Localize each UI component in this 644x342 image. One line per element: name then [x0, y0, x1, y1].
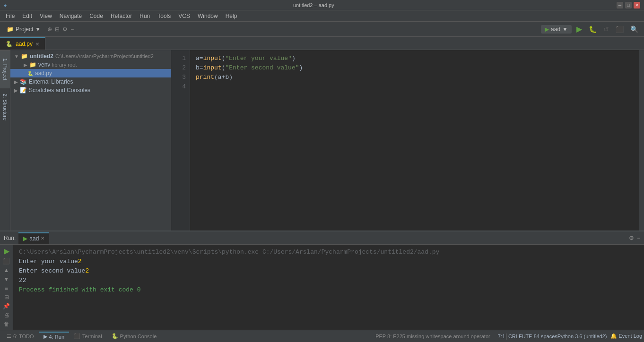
tree-item-scratches[interactable]: ▶ 📝 Scratches and Consoles [10, 86, 171, 94]
tree-item-root[interactable]: ▼ 📁 untitled2 C:\Users\Arslan\PycharmPro… [10, 52, 171, 60]
terminal-icon: ⬛ [74, 333, 80, 339]
run-settings-icon[interactable]: ⚙ [629, 235, 634, 241]
editor-area: 1 2 3 4 a=input("Enter your value") b=in… [171, 50, 639, 231]
event-log-label[interactable]: 🔔 Event Log [610, 333, 642, 339]
tab-todo[interactable]: ☰ 6: TODO [2, 332, 39, 340]
menu-help[interactable]: Help [222, 12, 241, 20]
sync-icon[interactable]: ⊕ [47, 26, 52, 33]
settings-icon[interactable]: ⚙ [62, 26, 68, 33]
bottom-tabs: ☰ 6: TODO ▶ 4: Run ⬛ Terminal 🐍 Python C… [0, 330, 644, 342]
chevron-down-icon: ▼ [562, 26, 568, 33]
tab-close-icon[interactable]: ✕ [35, 42, 39, 47]
run-tab-icon: ▶ [23, 235, 27, 242]
run-collapse-icon[interactable]: − [637, 235, 640, 241]
output-line-1: Enter your value2 [19, 257, 638, 266]
sidebar-project-tab[interactable]: 1: Project [0, 50, 10, 88]
menu-window[interactable]: Window [194, 12, 222, 20]
output-line-3: 22 [19, 276, 638, 285]
line-num-2: 2 [175, 63, 186, 73]
status-python[interactable]: Python 3.6 (untitled2) [557, 333, 607, 339]
venv-folder-icon: 📁 [29, 61, 36, 68]
output-cmd-line: C:\Users\Arslan\PycharmProjects\untitled… [19, 248, 638, 257]
project-panel: ▼ 📁 untitled2 C:\Users\Arslan\PycharmPro… [10, 50, 171, 231]
titlebar: ● untitled2 – aad.py ─ □ ✕ [0, 0, 644, 10]
minimize-button[interactable]: ─ [617, 2, 623, 9]
menu-refactor[interactable]: Refactor [107, 12, 136, 20]
run-softrap[interactable]: ≡ [1, 284, 12, 291]
venv-arrow: ▶ [24, 62, 27, 68]
run-config-label: aad [551, 26, 560, 33]
python-file-icon: 🐍 [6, 41, 13, 47]
run-config-icon: ▶ [545, 26, 549, 33]
ext-libs-label: External Libraries [29, 78, 73, 85]
run-print[interactable]: 🖨 [1, 312, 12, 319]
scratches-arrow: ▶ [14, 88, 18, 93]
menu-view[interactable]: View [36, 12, 56, 20]
debug-button[interactable]: 🐛 [587, 25, 599, 34]
run-scroll-up[interactable]: ▲ [1, 266, 12, 274]
output-line-2: Enter second value2 [19, 266, 638, 276]
project-tree: ▼ 📁 untitled2 C:\Users\Arslan\PycharmPro… [10, 50, 171, 231]
line-num-3: 3 [175, 73, 186, 82]
menu-run[interactable]: Run [136, 12, 154, 20]
menu-edit[interactable]: Edit [18, 12, 36, 20]
project-root-label: untitled2 [30, 53, 53, 60]
run-label: Run: [4, 235, 16, 241]
tab-python-console[interactable]: 🐍 Python Console [107, 332, 162, 340]
run-stop-button[interactable]: ⬛ [1, 257, 12, 265]
tree-item-venv[interactable]: ▶ 📁 venv library root [10, 60, 171, 69]
tab-aad-py[interactable]: 🐍 aad.py ✕ [0, 37, 45, 50]
menu-navigate[interactable]: Navigate [56, 12, 86, 20]
toolbar: 📁 Project ▼ ⊕ ⊟ ⚙ − ▶ aad ▼ ▶ 🐛 ↺ ⬛ 🔍 [0, 22, 644, 37]
run-button[interactable]: ▶ [574, 24, 584, 34]
run-content: ▶ ⬛ ▲ ▼ ≡ ⊟ 📌 🖨 🗑 C:\Users\Arslan\Pychar… [0, 245, 644, 330]
chevron-down-icon: ▼ [35, 26, 41, 33]
layout-icon[interactable]: ⊟ [55, 26, 60, 33]
menu-vcs[interactable]: VCS [174, 12, 194, 20]
run-play-button[interactable]: ▶ [1, 247, 12, 256]
run-clear[interactable]: 🗑 [1, 321, 12, 328]
tab-terminal[interactable]: ⬛ Terminal [69, 332, 107, 340]
maximize-button[interactable]: □ [625, 2, 632, 9]
ext-libs-arrow: ▶ [14, 79, 18, 85]
run-scroll-down[interactable]: ▼ [1, 275, 12, 282]
library-icon: 📚 [20, 78, 27, 85]
run-pin[interactable]: 📌 [1, 303, 12, 310]
run-config-selector[interactable]: ▶ aad ▼ [541, 25, 572, 34]
close-button[interactable]: ✕ [634, 2, 640, 9]
editor-scrollbar[interactable] [639, 50, 644, 231]
menu-file[interactable]: File [2, 12, 18, 20]
status-position[interactable]: 7:1 [498, 333, 505, 339]
tree-item-aad-py[interactable]: 🐍 aad.py [10, 69, 171, 77]
menu-tools[interactable]: Tools [154, 12, 174, 20]
run-tab-aad[interactable]: ▶ aad ✕ [18, 232, 49, 244]
search-everywhere-button[interactable]: 🔍 [628, 25, 640, 34]
tab-run[interactable]: ▶ 4: Run [39, 332, 69, 341]
tab-console-label: Python Console [120, 333, 157, 339]
run-tab-close-icon[interactable]: ✕ [41, 236, 44, 241]
status-encoding[interactable]: UTF-8 [522, 333, 537, 339]
run-filter[interactable]: ⊟ [1, 294, 12, 301]
todo-number-icon: ☰ [7, 333, 11, 339]
status-pep: PEP 8: E225 missing whitespace around op… [375, 333, 490, 339]
tree-item-ext-libs[interactable]: ▶ 📚 External Libraries [10, 77, 171, 86]
project-root-path: C:\Users\Arslan\PycharmProjects\untitled… [55, 53, 154, 59]
collapse-icon[interactable]: − [70, 26, 74, 33]
run-output: C:\Users\Arslan\PycharmProjects\untitled… [13, 245, 644, 330]
status-line-sep[interactable]: CRLF [508, 333, 522, 339]
line-numbers: 1 2 3 4 [171, 50, 190, 231]
sidebar-structure-tab[interactable]: 2: Structure [0, 88, 10, 126]
window-title: untitled2 – aad.py [11, 2, 617, 8]
status-indent[interactable]: 4 spaces [537, 333, 557, 339]
menu-code[interactable]: Code [86, 12, 107, 20]
project-button[interactable]: 📁 Project ▼ [4, 25, 44, 34]
code-editor[interactable]: 1 2 3 4 a=input("Enter your value") b=in… [171, 50, 639, 231]
rerun-button[interactable]: ↺ [601, 25, 611, 34]
code-content[interactable]: a=input("Enter your value") b=input("Ent… [190, 50, 639, 231]
app-icon: ● [4, 2, 7, 8]
venv-sublabel: library root [52, 62, 77, 68]
tab-terminal-label: Terminal [82, 333, 102, 339]
menubar: File Edit View Navigate Code Refactor Ru… [0, 10, 644, 22]
stop-button[interactable]: ⬛ [614, 25, 626, 34]
venv-label: venv [38, 61, 50, 68]
